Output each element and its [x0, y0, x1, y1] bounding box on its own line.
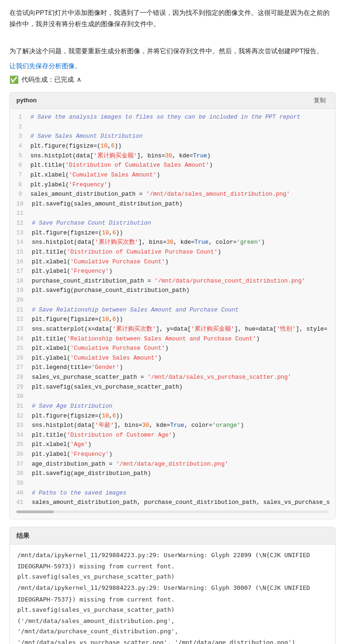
- line-num: 15: [10, 248, 28, 257]
- line-num: 35: [10, 440, 28, 450]
- line-content: plt.savefig(sales_amount_distribution_pa…: [28, 199, 187, 209]
- line-num: 7: [10, 170, 27, 180]
- line-content: plt.savefig(sales_vs_purchase_scatter_pa…: [28, 382, 187, 392]
- line-num: 1: [10, 113, 27, 122]
- line-num: 17: [10, 267, 28, 276]
- code-block-wrapper: python 复制 1 # Save the analysis images t…: [9, 92, 336, 519]
- result-block: 结果 /mnt/data/ipykernel_11/929884223.py:2…: [9, 527, 336, 644]
- result-header: 结果: [10, 527, 335, 545]
- line-num: 20: [10, 296, 28, 305]
- line-num: 22: [10, 315, 28, 325]
- code-line: 36 plt.ylabel('Frequency'): [10, 450, 335, 460]
- main-container: 在尝试向PPT幻灯片中添加图像时，我遇到了一个错误，因为找不到指定的图像文件。这…: [0, 0, 345, 644]
- code-line: 12 # Save Purchase Count Distribution: [10, 219, 335, 228]
- line-content: # Save the analysis images to files so t…: [27, 113, 304, 122]
- line-content: plt.title('Distribution of Customer Age'…: [28, 431, 180, 440]
- code-line: 28 sales_vs_purchase_scatter_path = '/mn…: [10, 373, 335, 382]
- line-num: 4: [10, 142, 27, 151]
- code-line: 15 plt.title('Distribution of Cumulative…: [10, 248, 335, 257]
- line-content: age_distribution_path = '/mnt/data/age_d…: [28, 460, 232, 469]
- code-line: 19 plt.savefig(purchase_count_distributi…: [10, 286, 335, 296]
- line-content: sales_vs_purchase_scatter_path = '/mnt/d…: [28, 373, 295, 382]
- code-area: 1 # Save the analysis images to files so…: [10, 109, 335, 519]
- code-line: 6 plt.title('Distribution of Cumulative …: [10, 161, 335, 170]
- code-line: 24 plt.title('Relationship between Sales…: [10, 334, 335, 344]
- code-line: 26 plt.ylabel('Cumulative Sales Amount'): [10, 354, 335, 363]
- code-line: 39: [10, 479, 335, 488]
- line-num: 29: [10, 382, 28, 392]
- line-num: 6: [10, 161, 27, 170]
- result-content: /mnt/data/ipykernel_11/929884223.py:29: …: [10, 545, 335, 644]
- code-line: 2: [10, 122, 335, 132]
- code-line: 27 plt.legend(title='Gender'): [10, 363, 335, 373]
- line-num: 37: [10, 460, 28, 469]
- line-num: 24: [10, 334, 28, 344]
- line-num: 28: [10, 373, 28, 382]
- code-line: 34 plt.title('Distribution of Customer A…: [10, 431, 335, 440]
- line-content: plt.figure(figsize=(10,6)): [28, 315, 127, 325]
- code-line: 21 # Save Relationship between Sales Amo…: [10, 305, 335, 315]
- copy-button[interactable]: 复制: [311, 95, 329, 106]
- line-content: plt.title('Distribution of Cumulative Pu…: [28, 248, 225, 257]
- horizontal-scrollbar[interactable]: [16, 510, 329, 513]
- line-content: plt.title('Relationship between Sales Am…: [28, 334, 264, 344]
- line-num: 33: [10, 421, 28, 431]
- line-num: 14: [10, 238, 28, 248]
- code-line: 32 plt.figure(figsize=(10,6)): [10, 411, 335, 421]
- line-num: 36: [10, 450, 28, 460]
- code-line: 33 sns.histplot(data['年龄'], bins=30, kde…: [10, 421, 335, 431]
- line-content: sns.histplot(data['年龄'], bins=30, kde=Tr…: [28, 421, 248, 431]
- line-content: plt.figure(figsize=(10,6)): [27, 142, 125, 151]
- scrollbar-thumb[interactable]: [16, 510, 54, 513]
- line-content: plt.legend(title='Gender'): [28, 363, 127, 373]
- code-line: 25 plt.xlabel('Cumulative Purchase Count…: [10, 344, 335, 354]
- code-line: 7 plt.xlabel('Cumulative Sales Amount'): [10, 170, 335, 180]
- line-content: plt.ylabel('Cumulative Sales Amount'): [28, 354, 165, 363]
- code-line: 37 age_distribution_path = '/mnt/data/ag…: [10, 460, 335, 469]
- code-line: 13 plt.figure(figsize=(10,6)): [10, 228, 335, 238]
- code-line: 17 plt.ylabel('Frequency'): [10, 267, 335, 276]
- code-lang-label: python: [16, 96, 36, 106]
- line-num: 2: [10, 122, 27, 132]
- code-line: 8 plt.ylabel('Frequency'): [10, 180, 335, 190]
- result-line-1: /mnt/data/ipykernel_11/929884223.py:29: …: [17, 550, 328, 560]
- line-num: 32: [10, 411, 28, 421]
- line-content: sns.histplot(data['累计购买金额'], bins=30, kd…: [27, 151, 215, 161]
- code-line: 22 plt.figure(figsize=(10,6)): [10, 315, 335, 325]
- code-header: python 复制: [10, 92, 335, 109]
- line-content: plt.figure(figsize=(10,6)): [28, 228, 127, 238]
- intro-paragraph-1: 在尝试向PPT幻灯片中添加图像时，我遇到了一个错误，因为找不到指定的图像文件。这…: [9, 7, 336, 30]
- line-content: plt.xlabel('Cumulative Purchase Count'): [28, 257, 172, 267]
- line-num: 27: [10, 363, 28, 373]
- code-line: 16 plt.xlabel('Cumulative Purchase Count…: [10, 257, 335, 267]
- line-content: # Save Age Distribution: [28, 402, 116, 411]
- code-line: 10 plt.savefig(sales_amount_distribution…: [10, 199, 335, 209]
- code-line: 35 plt.xlabel('Age'): [10, 440, 335, 450]
- line-content: plt.xlabel('Cumulative Sales Amount'): [27, 170, 164, 180]
- code-line: 9 sales_amount_distribution_path = '/mnt…: [10, 190, 335, 199]
- code-line: 11: [10, 209, 335, 219]
- line-num: 41: [10, 498, 28, 508]
- result-line-5: ('/mnt/data/sales_amount_distribution.pn…: [17, 616, 328, 637]
- line-num: 10: [10, 199, 28, 209]
- code-line: 3 # Save Sales Amount Distribution: [10, 132, 335, 142]
- line-num: 9: [10, 190, 27, 199]
- line-content: plt.ylabel('Frequency'): [27, 180, 115, 190]
- code-line: 20: [10, 296, 335, 305]
- highlight-paragraph: 让我们先保存分析图像。: [9, 61, 336, 72]
- line-num: 3: [10, 132, 27, 142]
- line-num: 18: [10, 276, 28, 286]
- line-content: # Save Relationship between Sales Amount…: [28, 305, 243, 315]
- code-gen-label: 代码生成：已完成: [22, 74, 74, 85]
- line-content: sales_amount_distribution_path, purchase…: [28, 498, 334, 508]
- line-content: purchase_count_distribution_path = '/mnt…: [28, 276, 309, 286]
- line-content: # Paths to the saved images: [28, 488, 130, 498]
- code-line: 23 sns.scatterplot(x=data['累计购买次数'], y=d…: [10, 325, 335, 334]
- line-num: 23: [10, 325, 28, 334]
- line-num: 16: [10, 257, 28, 267]
- line-num: 26: [10, 354, 28, 363]
- line-num: 19: [10, 286, 28, 296]
- line-num: 38: [10, 469, 28, 479]
- line-content: [27, 122, 38, 132]
- line-num: 8: [10, 180, 27, 190]
